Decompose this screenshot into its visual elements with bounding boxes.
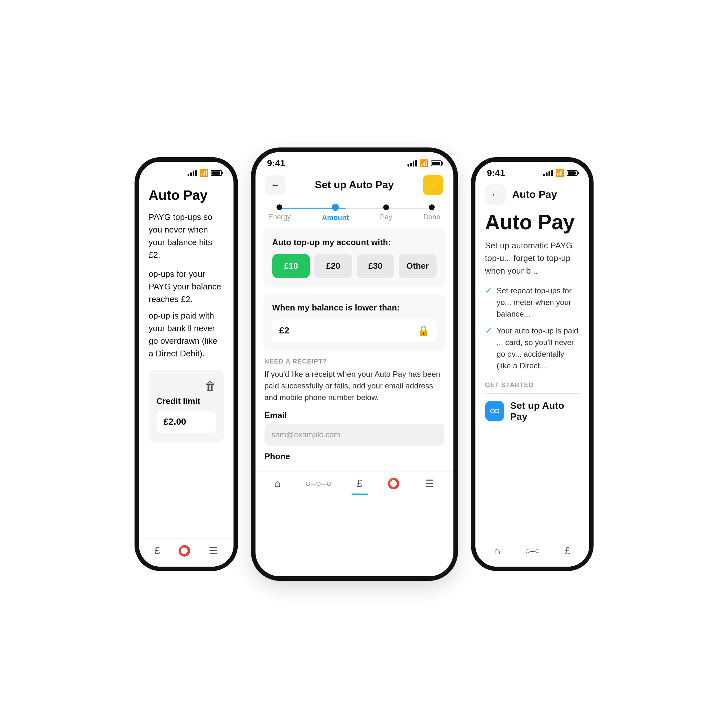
- check-icon-1: ✓: [485, 286, 492, 295]
- battery-icon-right: [567, 170, 578, 176]
- nav-connect-center[interactable]: ○–○–○: [305, 478, 332, 489]
- phone3-content: Auto Pay Set up automatic PAYG top-u... …: [476, 210, 589, 539]
- nav-account-left[interactable]: £: [154, 544, 160, 557]
- nav-menu-center[interactable]: ☰: [425, 477, 434, 489]
- phone1-desc2: op-ups for your PAYG your balance reache…: [149, 268, 224, 306]
- stepper-amount: Amount: [322, 204, 349, 222]
- wifi-icon-left: 📶: [200, 169, 208, 177]
- auto-pay-title: Auto Pay: [485, 210, 580, 234]
- phone1-desc3: op-up is paid with your bank ll never go…: [149, 309, 224, 360]
- phone-right: 9:41 📶 ← Auto Pay Auto Pay Set up automa…: [471, 157, 594, 571]
- topup-title: Auto top-up my account with:: [272, 237, 437, 248]
- signal-icon-left: [188, 170, 197, 176]
- credit-label: Credit limit: [156, 396, 216, 406]
- amount-10[interactable]: £10: [272, 254, 310, 278]
- nav-help-center[interactable]: ⭕: [387, 477, 400, 489]
- signal-icon-center: [407, 160, 417, 167]
- phone-left: 📶 Auto Pay PAYG top-ups so you never whe…: [135, 157, 238, 571]
- wifi-icon-center: 📶: [419, 159, 428, 168]
- setup-autopay-button[interactable]: Set up Auto Pay: [485, 400, 580, 422]
- stepper-label-amount: Amount: [322, 213, 349, 222]
- phone-label: Phone: [265, 451, 444, 462]
- balance-value: £2: [280, 325, 289, 336]
- phone-center: 9:41 📶 ← Set up Auto Pay ⚡ Energy: [251, 147, 458, 581]
- status-bar-center: 9:41 📶: [255, 152, 453, 171]
- nav-account-right[interactable]: £: [565, 545, 570, 557]
- setup-btn-text: Set up Auto Pay: [510, 400, 579, 422]
- receipt-label: NEED A RECEIPT?: [265, 358, 444, 365]
- battery-icon-left: [211, 170, 222, 176]
- battery-icon-center: [431, 161, 442, 166]
- phone2-header: ← Set up Auto Pay ⚡: [255, 171, 453, 200]
- account-icon-center: £: [357, 477, 362, 489]
- infinity-icon: [485, 401, 505, 421]
- status-icons-right: 📶: [543, 169, 578, 177]
- stepper-dot-amount: [332, 204, 339, 211]
- account-icon-left: £: [154, 544, 160, 557]
- phone1-title: Auto Pay: [149, 188, 224, 203]
- stepper-label-pay: Pay: [380, 213, 392, 221]
- amount-options: £10 £20 £30 Other: [272, 254, 437, 278]
- delete-icon[interactable]: 🗑: [204, 379, 216, 393]
- stepper-pay: Pay: [380, 204, 392, 221]
- home-icon-right: ⌂: [494, 545, 500, 557]
- scene: 📶 Auto Pay PAYG top-ups so you never whe…: [0, 0, 728, 728]
- nav-help-left[interactable]: ⭕: [178, 544, 191, 557]
- topup-card: Auto top-up my account with: £10 £20 £30…: [263, 228, 446, 287]
- header-title: Set up Auto Pay: [315, 179, 394, 191]
- stepper-label-energy: Energy: [268, 213, 291, 221]
- connect-icon-center: ○–○–○: [305, 478, 332, 489]
- feature-item-2: ✓ Your auto top-up is paid ... card, so …: [485, 325, 580, 372]
- status-bar-left: 📶: [139, 162, 234, 181]
- stepper-energy: Energy: [268, 204, 291, 221]
- feature-text-2: Your auto top-up is paid ... card, so yo…: [497, 325, 580, 372]
- nav-connect-right[interactable]: ○–○: [525, 546, 540, 556]
- wifi-icon-right: 📶: [555, 169, 564, 177]
- amount-20[interactable]: £20: [314, 254, 352, 278]
- get-started-divider: [485, 393, 580, 394]
- nav-home-center[interactable]: ⌂: [274, 477, 280, 489]
- home-icon-center: ⌂: [274, 477, 280, 489]
- header-title-right: Auto Pay: [512, 188, 557, 200]
- feature-text-1: Set repeat top-ups for yo... meter when …: [497, 285, 580, 320]
- menu-icon-center: ☰: [425, 477, 434, 489]
- feature-item-1: ✓ Set repeat top-ups for yo... meter whe…: [485, 285, 580, 320]
- nav-account-center[interactable]: £: [357, 477, 362, 489]
- lightning-button[interactable]: ⚡: [423, 174, 444, 195]
- stepper-dot-energy: [277, 204, 282, 210]
- stepper-dot-pay: [383, 204, 389, 210]
- help-icon-center: ⭕: [387, 477, 400, 489]
- help-icon-left: ⭕: [178, 544, 191, 557]
- amount-30[interactable]: £30: [357, 254, 395, 278]
- status-icons-center: 📶: [407, 159, 442, 168]
- account-icon-right: £: [565, 545, 570, 557]
- lock-icon: 🔒: [418, 325, 430, 336]
- status-icons-left: 📶: [188, 169, 222, 177]
- stepper-label-done: Done: [423, 213, 440, 221]
- delete-icon-wrap: 🗑: [156, 379, 216, 393]
- nav-home-right[interactable]: ⌂: [494, 545, 500, 557]
- email-input[interactable]: sam@example.com: [265, 424, 444, 446]
- email-label: Email: [265, 410, 444, 421]
- menu-icon-left: ☰: [209, 544, 218, 557]
- bottom-nav-left: £ ⭕ ☰: [139, 538, 234, 567]
- time-right: 9:41: [487, 168, 505, 178]
- get-started-label: GET STARTED: [485, 381, 580, 389]
- nav-menu-left[interactable]: ☰: [209, 544, 218, 557]
- phone1-desc1: PAYG top-ups so you never when your bala…: [149, 211, 224, 261]
- receipt-desc: If you'd like a receipt when your Auto P…: [265, 369, 444, 403]
- status-bar-right: 9:41 📶: [476, 162, 589, 181]
- signal-icon-right: [543, 170, 553, 176]
- credit-section: 🗑 Credit limit £2.00: [149, 370, 224, 442]
- credit-value: £2.00: [156, 411, 216, 433]
- phone1-content: Auto Pay PAYG top-ups so you never when …: [139, 181, 234, 538]
- amount-other[interactable]: Other: [399, 254, 437, 278]
- back-button-right[interactable]: ←: [485, 184, 506, 205]
- back-button[interactable]: ←: [265, 174, 286, 195]
- check-icon-2: ✓: [485, 326, 492, 336]
- balance-card: When my balance is lower than: £2 🔒: [263, 294, 446, 351]
- auto-pay-desc: Set up automatic PAYG top-u... forget to…: [485, 239, 580, 277]
- bottom-nav-right: ⌂ ○–○ £: [476, 539, 589, 567]
- stepper-done: Done: [423, 204, 440, 221]
- bottom-nav-center: ⌂ ○–○–○ £ ⭕ ☰: [255, 471, 453, 499]
